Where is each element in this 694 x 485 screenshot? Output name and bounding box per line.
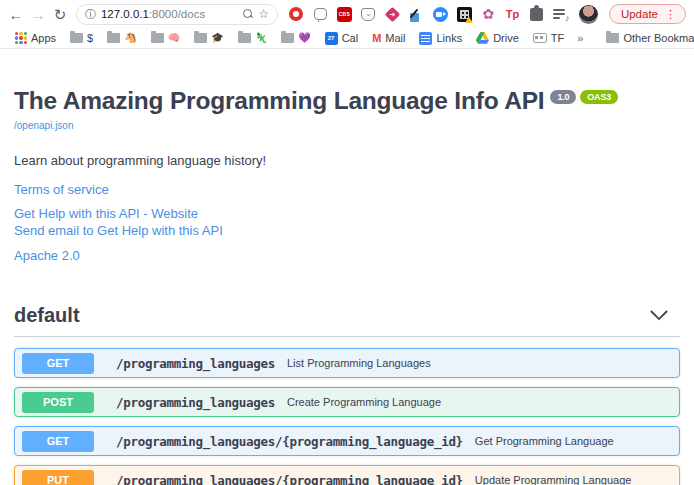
method-badge: GET (22, 431, 94, 452)
cbs-extension-icon[interactable]: CBS (336, 6, 353, 23)
folder-icon (281, 33, 294, 43)
chat-bubble-extension-icon[interactable] (312, 6, 329, 23)
update-label: Update (621, 8, 658, 20)
drive-icon (476, 32, 489, 44)
operation-path: /programming_languages (116, 356, 275, 371)
bookmark-folder-horse[interactable]: 🐴 (102, 32, 141, 44)
tp-extension-icon[interactable]: Tp (504, 6, 521, 23)
openapi-spec-link[interactable]: /openapi.json (14, 120, 74, 131)
calendar-icon: 27 (325, 32, 338, 45)
purple-heart-emoji-icon: 💜 (298, 33, 310, 43)
back-icon[interactable]: ← (8, 7, 24, 22)
swagger-docs-page: The Amazing Programming Language Info AP… (0, 49, 694, 485)
bookmarks-bar: Apps $ 🐴 🧠 🎓 🦎 💜 27 Cal M Mail Links Dri… (0, 28, 694, 49)
browser-toolbar: ← → ↻ ⓘ 127.0.0.1:8000/docs ☆ CBS ⌄ ✿ Tp… (0, 0, 694, 28)
bookmark-calendar[interactable]: 27 Cal (320, 31, 364, 46)
bookmarks-overflow-icon[interactable]: » (573, 32, 587, 44)
chevron-down-icon[interactable] (650, 310, 668, 321)
bookmark-label: Links (436, 32, 462, 44)
bookmark-folder-dollar[interactable]: $ (65, 31, 98, 45)
bookmark-mail[interactable]: M Mail (367, 31, 410, 45)
update-button[interactable]: Update ⋮ (609, 4, 686, 24)
operation-put-update[interactable]: PUT /programming_languages/{programming_… (14, 465, 680, 485)
green-emoji-icon: 🦎 (255, 33, 267, 43)
site-info-icon[interactable]: ⓘ (85, 9, 96, 20)
bookmark-label: Apps (31, 32, 56, 44)
flower-extension-icon[interactable]: ✿ (480, 6, 497, 23)
bookmark-label: Drive (493, 32, 519, 44)
operation-get-list[interactable]: GET /programming_languages List Programm… (14, 348, 680, 378)
tag-section-default[interactable]: default (14, 304, 680, 337)
music-playlist-icon: ♪ (553, 8, 567, 20)
address-bar[interactable]: ⓘ 127.0.0.1:8000/docs ☆ (76, 4, 278, 25)
operation-summary: Get Programming Language (475, 435, 614, 447)
bookmark-label: Mail (385, 32, 405, 44)
cbs-label: CBS (337, 7, 352, 22)
version-badge: 1.0 (550, 90, 576, 104)
other-bookmarks[interactable]: Other Bookmarks (601, 31, 694, 45)
operation-get-one[interactable]: GET /programming_languages/{programming_… (14, 426, 680, 456)
extensions-puzzle-icon[interactable] (528, 6, 545, 23)
playlist-extension-icon[interactable]: ♪ (552, 6, 569, 23)
browser-menu-icon[interactable]: ⋮ (665, 9, 676, 20)
eyedropper-icon (409, 7, 424, 22)
red-arrow-extension-icon[interactable] (384, 6, 401, 23)
bookmark-apps[interactable]: Apps (10, 31, 61, 45)
api-info-links: Terms of service Get Help with this API … (14, 182, 680, 263)
profile-avatar[interactable] (579, 5, 598, 24)
bookmark-drive[interactable]: Drive (471, 31, 524, 45)
extensions-row: CBS ⌄ ✿ Tp ♪ (288, 6, 569, 23)
bookmark-label: TF (551, 32, 564, 44)
terms-of-service-link[interactable]: Terms of service (14, 182, 680, 197)
bookmark-folder-green[interactable]: 🦎 (233, 32, 272, 44)
tag-name: default (14, 304, 80, 327)
reload-icon[interactable]: ↻ (52, 7, 68, 22)
folder-icon (107, 33, 120, 43)
url-path: :8000/docs (149, 8, 205, 20)
contact-email-link[interactable]: Send email to Get Help with this API (14, 223, 680, 240)
red-diamond-icon (385, 6, 401, 22)
method-badge: GET (22, 353, 94, 374)
red-circle-extension-icon[interactable] (288, 6, 305, 23)
flower-icon: ✿ (483, 7, 495, 21)
folder-icon (70, 33, 83, 43)
oas3-badge: OAS3 (580, 90, 618, 104)
operation-path: /programming_languages (116, 395, 275, 410)
operation-summary: Create Programming Language (287, 396, 441, 408)
folder-icon (238, 33, 251, 43)
bookmark-folder-brain[interactable]: 🧠 (146, 32, 185, 44)
operations-list: GET /programming_languages List Programm… (14, 348, 680, 485)
puzzle-icon (530, 8, 543, 21)
url-host: 127.0.0.1 (101, 8, 149, 20)
api-title-row: The Amazing Programming Language Info AP… (14, 87, 680, 115)
method-badge: PUT (22, 470, 94, 485)
contact-website-link[interactable]: Get Help with this API - Website (14, 206, 680, 223)
bookmark-star-icon[interactable]: ☆ (258, 7, 269, 21)
page-title: The Amazing Programming Language Info AP… (14, 87, 544, 115)
color-picker-extension-icon[interactable] (408, 6, 425, 23)
operation-summary: List Programming Languages (287, 357, 431, 369)
bookmark-tf[interactable]: TF (528, 31, 569, 45)
api-description: Learn about programming language history… (14, 153, 680, 168)
operation-post-create[interactable]: POST /programming_languages Create Progr… (14, 387, 680, 417)
operation-summary: Update Programming Language (475, 474, 632, 485)
operation-path: /programming_languages/{programming_lang… (116, 473, 463, 485)
bookmark-links[interactable]: Links (414, 31, 467, 46)
api-badges: 1.0 OAS3 (550, 90, 618, 104)
operation-path: /programming_languages/{programming_lang… (116, 434, 463, 449)
zoom-extension-icon[interactable] (432, 6, 449, 23)
bookmark-folder-grad[interactable]: 🎓 (189, 32, 228, 44)
url-text[interactable]: 127.0.0.1:8000/docs (101, 8, 238, 20)
forward-icon[interactable]: → (30, 7, 46, 22)
pocket-extension-icon[interactable]: ⌄ (360, 6, 377, 23)
qr-code-icon (457, 7, 472, 22)
bookmark-label: Cal (342, 32, 359, 44)
folder-icon (606, 33, 619, 43)
page-zoom-icon[interactable] (243, 9, 253, 19)
qr-code-extension-icon[interactable] (456, 6, 473, 23)
tp-label: Tp (506, 8, 519, 20)
tf-icon (533, 33, 547, 43)
license-link[interactable]: Apache 2.0 (14, 248, 680, 263)
video-camera-icon (433, 7, 448, 22)
bookmark-folder-heart[interactable]: 💜 (276, 32, 315, 44)
